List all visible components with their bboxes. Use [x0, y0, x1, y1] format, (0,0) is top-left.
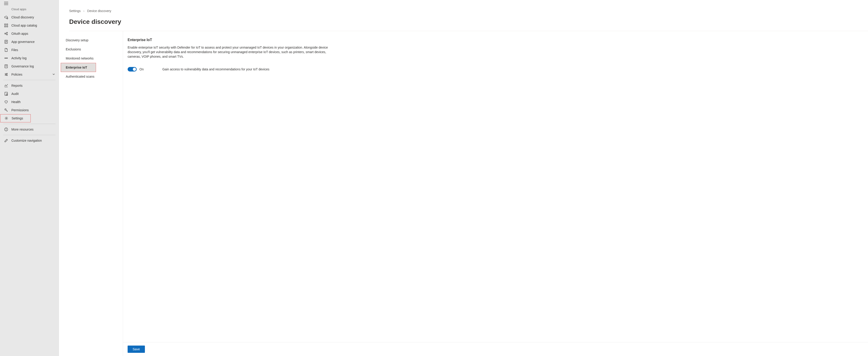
sidebar-item-health[interactable]: Health — [0, 98, 59, 106]
audit-icon — [4, 92, 8, 96]
subnav: Discovery setup Exclusions Monitored net… — [59, 31, 123, 356]
enterprise-iot-toggle[interactable] — [128, 67, 137, 72]
svg-rect-7 — [7, 26, 8, 27]
sidebar-item-audit[interactable]: Audit — [0, 90, 59, 98]
svg-rect-4 — [5, 24, 6, 25]
panel-title: Enterprise IoT — [128, 38, 863, 42]
settings-panel: Enterprise IoT Enable enterprise IoT sec… — [123, 31, 868, 356]
subnav-enterprise-iot[interactable]: Enterprise IoT — [61, 63, 96, 72]
page-title: Device discovery — [59, 13, 868, 31]
sidebar-item-governance-log[interactable]: Governance log — [0, 62, 59, 70]
sidebar-item-app-governance[interactable]: App governance — [0, 38, 59, 46]
svg-line-11 — [6, 33, 7, 33]
sidebar-item-permissions[interactable]: Permissions — [0, 106, 59, 114]
permissions-icon — [4, 108, 8, 112]
toggle-row: On Gain access to vulnerability data and… — [128, 67, 863, 72]
sidebar-item-label: Audit — [11, 92, 55, 96]
sidebar-item-label: OAuth apps — [11, 32, 55, 35]
svg-point-19 — [7, 58, 8, 59]
governance-log-icon — [4, 64, 8, 68]
sidebar-item-settings[interactable]: Settings — [0, 114, 31, 122]
sidebar: Cloud apps Cloud discovery Cloud app cat… — [0, 0, 59, 356]
svg-point-18 — [6, 58, 7, 59]
edit-icon — [4, 139, 8, 143]
svg-point-37 — [6, 118, 7, 119]
chevron-right-icon: › — [84, 9, 85, 13]
sidebar-item-label: Policies — [11, 73, 49, 76]
breadcrumb-settings[interactable]: Settings — [69, 9, 81, 13]
subnav-authenticated-scans[interactable]: Authenticated scans — [59, 72, 123, 81]
activity-icon — [4, 56, 8, 60]
svg-point-40 — [6, 129, 6, 129]
svg-point-31 — [7, 75, 7, 76]
main-content: Settings › Device discovery Device disco… — [59, 0, 868, 356]
sidebar-item-policies[interactable]: Policies — [0, 70, 59, 78]
sidebar-item-label: Cloud apps — [11, 7, 55, 11]
health-icon — [4, 100, 8, 104]
files-icon — [4, 48, 8, 52]
breadcrumb-device-discovery[interactable]: Device discovery — [87, 9, 111, 13]
save-button[interactable]: Save — [128, 346, 145, 353]
breadcrumb: Settings › Device discovery — [59, 0, 868, 13]
cloud-discovery-icon — [4, 15, 8, 19]
catalog-icon — [4, 23, 8, 28]
sidebar-item-files[interactable]: Files — [0, 46, 59, 54]
svg-point-8 — [5, 33, 6, 34]
hamburger-menu[interactable] — [0, 0, 59, 7]
subnav-monitored-networks[interactable]: Monitored networks — [59, 54, 123, 63]
subnav-discovery-setup[interactable]: Discovery setup — [59, 36, 123, 45]
reports-icon — [4, 83, 8, 87]
sidebar-item-reports[interactable]: Reports — [0, 81, 59, 90]
svg-point-17 — [5, 58, 5, 59]
sidebar-item-label: Reports — [11, 84, 55, 87]
svg-point-26 — [7, 73, 7, 74]
oauth-icon — [4, 32, 8, 36]
sidebar-item-cloud-apps[interactable]: Cloud apps — [0, 7, 59, 13]
svg-point-28 — [6, 74, 6, 75]
toggle-state-label: On — [140, 67, 144, 71]
cloud-apps-icon — [4, 7, 8, 11]
sidebar-item-label: App governance — [11, 40, 55, 44]
panel-description: Enable enterprise IoT security with Defe… — [128, 45, 339, 59]
toggle-hint: Gain access to vulnerability data and re… — [162, 67, 270, 71]
sidebar-item-cloud-app-catalog[interactable]: Cloud app catalog — [0, 21, 59, 30]
sidebar-item-activity-log[interactable]: Activity log — [0, 54, 59, 62]
sidebar-item-oauth-apps[interactable]: OAuth apps — [0, 30, 59, 38]
svg-rect-6 — [5, 26, 6, 27]
sidebar-item-label: Files — [11, 48, 55, 52]
sidebar-item-label: Settings — [11, 116, 27, 120]
svg-line-12 — [6, 34, 7, 34]
governance-icon — [4, 40, 8, 44]
sidebar-item-label: Cloud app catalog — [11, 24, 55, 27]
sidebar-item-label: Health — [11, 100, 55, 104]
svg-point-10 — [7, 34, 7, 35]
sidebar-item-label: More resources — [11, 128, 55, 131]
sidebar-item-customize-navigation[interactable]: Customize navigation — [0, 137, 59, 145]
sidebar-item-more-resources[interactable]: More resources — [0, 125, 59, 134]
sidebar-item-label: Governance log — [11, 65, 55, 68]
settings-icon — [4, 116, 8, 120]
info-icon — [4, 128, 8, 132]
svg-point-9 — [7, 32, 7, 33]
sidebar-item-label: Activity log — [11, 56, 55, 60]
svg-rect-5 — [7, 24, 8, 25]
chevron-down-icon — [52, 73, 55, 76]
panel-footer: Save — [123, 342, 868, 356]
subnav-exclusions[interactable]: Exclusions — [59, 45, 123, 54]
sidebar-item-label: Cloud discovery — [11, 15, 55, 19]
sidebar-item-label: Permissions — [11, 108, 55, 112]
policies-icon — [4, 72, 8, 76]
sidebar-item-cloud-discovery[interactable]: Cloud discovery — [0, 13, 59, 21]
sidebar-item-label: Customize navigation — [11, 139, 55, 142]
